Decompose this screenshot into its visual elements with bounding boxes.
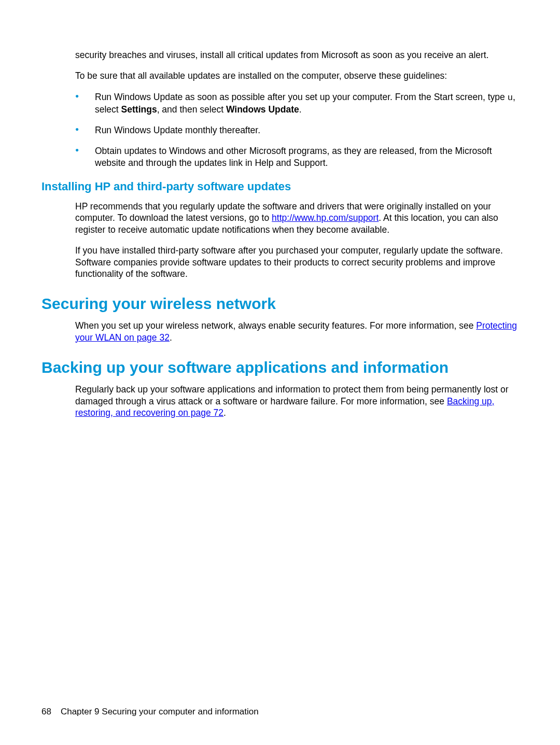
chapter-title: Chapter 9 Securing your computer and inf…	[61, 707, 259, 716]
heading-securing-wireless: Securing your wireless network	[41, 295, 519, 313]
wireless-paragraph: When you set up your wireless network, a…	[75, 320, 519, 343]
ui-term-windows-update: Windows Update	[226, 104, 299, 115]
hp-paragraph-2: If you have installed third-party softwa…	[75, 245, 519, 279]
text-run: .	[299, 104, 302, 115]
text-run: When you set up your wireless network, a…	[75, 320, 476, 331]
text-run: .	[170, 332, 172, 343]
text-run: Run Windows Update as soon as possible a…	[95, 92, 508, 102]
intro-paragraph-1: security breaches and viruses, install a…	[75, 49, 519, 61]
heading-installing-hp-updates: Installing HP and third-party software u…	[41, 180, 519, 193]
ui-term-settings: Settings	[121, 104, 157, 115]
text-run: .	[223, 407, 226, 418]
page-number: 68	[41, 707, 51, 716]
heading-backing-up: Backing up your software applications an…	[41, 359, 519, 376]
list-item: Run Windows Update as soon as possible a…	[75, 91, 519, 115]
hp-support-link[interactable]: http://www.hp.com/support	[272, 213, 379, 223]
intro-paragraph-2: To be sure that all available updates ar…	[75, 70, 519, 81]
text-run: , and then select	[157, 104, 226, 115]
list-item: Obtain updates to Windows and other Micr…	[75, 145, 519, 168]
hp-paragraph-1: HP recommends that you regularly update …	[75, 201, 519, 235]
page-footer: 68Chapter 9 Securing your computer and i…	[41, 707, 259, 717]
typed-char: u	[508, 93, 513, 103]
backup-paragraph: Regularly back up your software applicat…	[75, 384, 519, 418]
list-item: Run Windows Update monthly thereafter.	[75, 124, 519, 136]
guidelines-list: Run Windows Update as soon as possible a…	[75, 91, 519, 168]
text-run: Regularly back up your software applicat…	[75, 384, 509, 406]
document-page: security breaches and viruses, install a…	[0, 0, 560, 745]
